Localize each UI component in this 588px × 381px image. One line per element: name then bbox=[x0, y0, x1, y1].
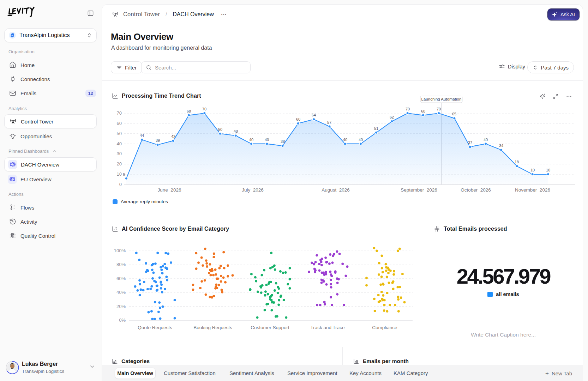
svg-text:10: 10 bbox=[546, 168, 550, 172]
svg-text:70: 70 bbox=[117, 110, 122, 116]
svg-text:40: 40 bbox=[343, 138, 347, 142]
svg-text:68: 68 bbox=[187, 109, 191, 113]
svg-text:70: 70 bbox=[437, 107, 441, 111]
svg-text:48: 48 bbox=[234, 129, 238, 133]
svg-text:Customer Support: Customer Support bbox=[251, 325, 289, 330]
svg-text:0%: 0% bbox=[119, 318, 126, 323]
svg-text:60%: 60% bbox=[116, 276, 126, 281]
svg-text:34: 34 bbox=[499, 144, 503, 148]
svg-text:64: 64 bbox=[312, 113, 316, 117]
svg-text:38: 38 bbox=[281, 139, 285, 144]
svg-text:70: 70 bbox=[406, 107, 410, 111]
svg-text:51: 51 bbox=[374, 126, 378, 131]
svg-text:57: 57 bbox=[327, 120, 331, 125]
svg-text:Booking Requests: Booking Requests bbox=[193, 325, 232, 330]
svg-text:68: 68 bbox=[421, 109, 425, 113]
svg-text:40: 40 bbox=[359, 138, 363, 142]
svg-text:37: 37 bbox=[468, 140, 472, 145]
svg-text:60: 60 bbox=[117, 121, 122, 126]
svg-text:Track and Trace: Track and Trace bbox=[310, 325, 344, 330]
svg-text:40%: 40% bbox=[116, 290, 126, 295]
svg-text:70: 70 bbox=[202, 107, 206, 111]
svg-text:40: 40 bbox=[484, 138, 488, 142]
svg-text:September 2026: September 2026 bbox=[401, 187, 437, 193]
svg-text:June 2026: June 2026 bbox=[158, 187, 181, 193]
svg-text:30: 30 bbox=[117, 151, 122, 156]
svg-text:10: 10 bbox=[117, 171, 122, 177]
svg-text:Compliance: Compliance bbox=[372, 325, 397, 330]
svg-text:39: 39 bbox=[156, 138, 160, 143]
svg-text:Launching Automation: Launching Automation bbox=[421, 97, 462, 101]
svg-text:60: 60 bbox=[296, 117, 300, 121]
svg-text:40: 40 bbox=[265, 138, 269, 142]
svg-text:40: 40 bbox=[249, 138, 253, 142]
svg-text:20: 20 bbox=[117, 161, 122, 167]
svg-text:50: 50 bbox=[218, 127, 222, 132]
svg-text:50: 50 bbox=[117, 131, 122, 136]
svg-text:65: 65 bbox=[452, 112, 456, 116]
svg-text:6: 6 bbox=[123, 172, 125, 176]
svg-text:80%: 80% bbox=[116, 262, 126, 267]
svg-text:62: 62 bbox=[390, 115, 394, 119]
svg-text:40: 40 bbox=[117, 141, 122, 146]
svg-text:100%: 100% bbox=[114, 248, 126, 253]
svg-text:Quote Requests: Quote Requests bbox=[138, 325, 172, 330]
svg-text:August 2026: August 2026 bbox=[322, 187, 350, 193]
svg-text:November 2026: November 2026 bbox=[515, 187, 550, 193]
svg-text:July 2026: July 2026 bbox=[242, 187, 264, 193]
svg-text:44: 44 bbox=[140, 133, 144, 138]
svg-text:10: 10 bbox=[530, 168, 535, 172]
svg-text:0: 0 bbox=[119, 182, 122, 187]
svg-text:43: 43 bbox=[171, 134, 175, 139]
svg-text:20%: 20% bbox=[116, 304, 126, 309]
svg-text:18: 18 bbox=[515, 160, 519, 164]
svg-text:October 2026: October 2026 bbox=[461, 187, 491, 193]
